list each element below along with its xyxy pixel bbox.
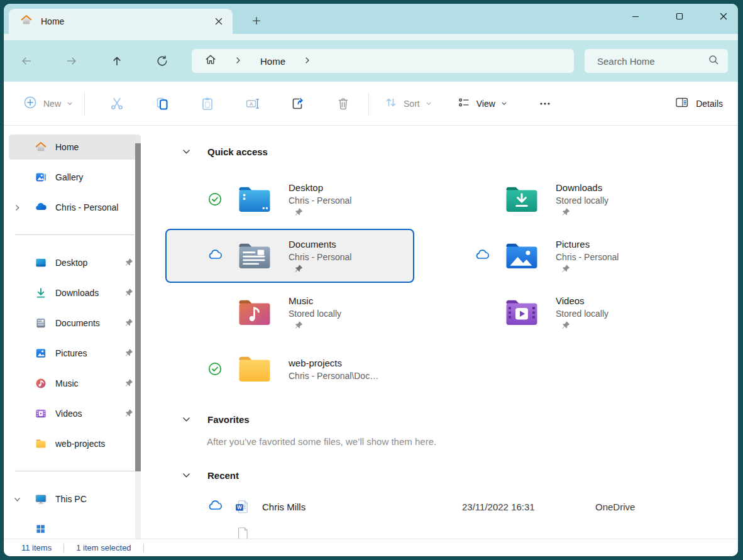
details-button[interactable]: Details — [674, 95, 723, 113]
item-name: Pictures — [556, 238, 619, 251]
breadcrumb-chevron-icon — [235, 55, 241, 67]
tile-music[interactable]: Music Stored locally — [165, 285, 414, 339]
downloads-folder-icon — [504, 185, 539, 214]
item-subtitle: Chris - Personal — [289, 194, 351, 207]
breadcrumb-chevron-icon[interactable] — [304, 55, 311, 67]
tab-close-button[interactable] — [210, 13, 228, 30]
sync-ok-icon — [207, 361, 223, 377]
minimize-button[interactable] — [621, 6, 650, 27]
desktop-icon — [35, 256, 47, 269]
breadcrumb-home[interactable]: Home — [260, 56, 285, 67]
tile-downloads[interactable]: Downloads Stored locally — [432, 172, 681, 226]
chevron-right-icon[interactable] — [13, 204, 21, 211]
rename-button[interactable]: A — [239, 90, 267, 118]
quick-access-grid: Desktop Chris - Personal Downloads Store… — [165, 172, 738, 396]
sidebar-item-downloads[interactable]: Downloads — [9, 280, 141, 305]
status-divider — [143, 544, 144, 552]
address-bar[interactable]: Home — [192, 49, 574, 73]
pin-icon — [124, 258, 133, 267]
folder-icon — [237, 354, 272, 384]
toolbar-separator — [368, 92, 369, 115]
tile-web-projects[interactable]: web-projects Chris - Personal\Doc… — [165, 342, 414, 396]
svg-text:A: A — [250, 101, 253, 107]
item-name: Documents — [289, 238, 351, 251]
breadcrumb-home-icon[interactable] — [204, 53, 217, 69]
cloud-status-icon — [207, 248, 223, 264]
paste-button[interactable] — [194, 90, 221, 118]
item-subtitle: Chris - Personal — [556, 251, 619, 263]
sidebar-item-label: Chris - Personal — [55, 202, 118, 212]
videos-icon — [35, 407, 47, 420]
sidebar-item-pictures[interactable]: Pictures — [9, 341, 141, 366]
chevron-down-icon[interactable] — [182, 148, 190, 156]
search-input[interactable] — [596, 55, 708, 67]
recent-file-row[interactable]: W Chris Mills 23/11/2022 16:31 OneDrive — [146, 496, 738, 517]
maximize-button[interactable] — [665, 6, 694, 27]
tab-home[interactable]: Home — [9, 9, 233, 34]
sync-ok-icon — [207, 191, 223, 207]
sidebar-item-onedrive[interactable]: Chris - Personal — [9, 195, 141, 220]
tile-videos[interactable]: Videos Stored locally — [432, 285, 681, 339]
section-title: Quick access — [207, 146, 268, 157]
item-subtitle: Chris - Personal\Doc… — [289, 370, 378, 382]
pin-icon — [289, 264, 351, 274]
sidebar-item-home[interactable]: Home — [9, 135, 141, 160]
sidebar-item-videos[interactable]: Videos — [9, 401, 141, 426]
quick-access-header[interactable]: Quick access — [146, 143, 738, 160]
search-icon[interactable] — [708, 54, 719, 68]
delete-button[interactable] — [329, 90, 357, 118]
sidebar-item-gallery[interactable]: Gallery — [9, 165, 141, 190]
cut-button[interactable] — [103, 90, 131, 118]
recent-file-row-partial[interactable] — [146, 526, 738, 539]
sidebar-divider — [15, 234, 135, 235]
home-icon — [35, 141, 47, 153]
svg-text:W: W — [237, 505, 242, 510]
folder-icon — [35, 437, 47, 450]
search-box[interactable] — [585, 49, 728, 73]
sidebar-item-label: Desktop — [55, 258, 87, 268]
pin-icon — [124, 378, 133, 388]
status-bar: 11 items 1 item selected — [4, 539, 738, 556]
sidebar-item-this-pc[interactable]: This PC — [9, 486, 141, 512]
sidebar-item-web-projects[interactable]: web-projects — [9, 431, 141, 456]
downloads-icon — [35, 287, 47, 299]
sidebar-item-label: Music — [55, 378, 79, 388]
sidebar-item-label: Videos — [55, 409, 82, 419]
favorites-header[interactable]: Favorites — [146, 411, 738, 427]
view-button[interactable]: View — [457, 96, 507, 112]
recent-header[interactable]: Recent — [146, 467, 738, 483]
chevron-down-icon[interactable] — [13, 496, 21, 503]
chevron-down-icon[interactable] — [182, 415, 190, 424]
up-button[interactable] — [103, 47, 131, 75]
back-button[interactable] — [13, 47, 40, 75]
item-subtitle: Stored locally — [556, 194, 608, 207]
tile-desktop[interactable]: Desktop Chris - Personal — [165, 172, 414, 226]
recent-file-date: 23/11/2022 16:31 — [462, 502, 595, 512]
share-button[interactable] — [284, 90, 312, 118]
refresh-button[interactable] — [148, 47, 176, 75]
see-more-button[interactable] — [531, 90, 559, 118]
forward-button[interactable] — [58, 47, 85, 75]
sidebar-scrollbar-thumb[interactable] — [135, 143, 141, 471]
sidebar-item-documents[interactable]: Documents — [9, 310, 141, 336]
close-button[interactable] — [709, 6, 738, 27]
view-icon — [457, 96, 471, 112]
new-tab-button[interactable] — [247, 11, 266, 30]
sidebar-item-drive-partial[interactable] — [9, 517, 141, 539]
new-button[interactable]: New — [23, 95, 73, 113]
sidebar-item-music[interactable]: Music — [9, 371, 141, 396]
sort-button[interactable]: Sort — [384, 96, 432, 112]
sidebar-item-label: web-projects — [55, 439, 105, 449]
tile-pictures[interactable]: Pictures Chris - Personal — [432, 229, 681, 283]
sort-icon — [384, 96, 398, 112]
sidebar-scrollbar-track[interactable] — [135, 471, 141, 539]
status-divider — [63, 544, 64, 552]
copy-button[interactable] — [148, 90, 176, 118]
tile-documents[interactable]: Documents Chris - Personal — [165, 229, 414, 283]
chevron-down-icon[interactable] — [182, 471, 190, 480]
pin-icon — [556, 321, 608, 331]
selection-count: 1 item selected — [76, 543, 131, 552]
command-toolbar: New A — [4, 82, 738, 126]
navigation-pane: Home Gallery Chris - Personal — [4, 126, 146, 539]
sidebar-item-desktop[interactable]: Desktop — [9, 250, 141, 275]
